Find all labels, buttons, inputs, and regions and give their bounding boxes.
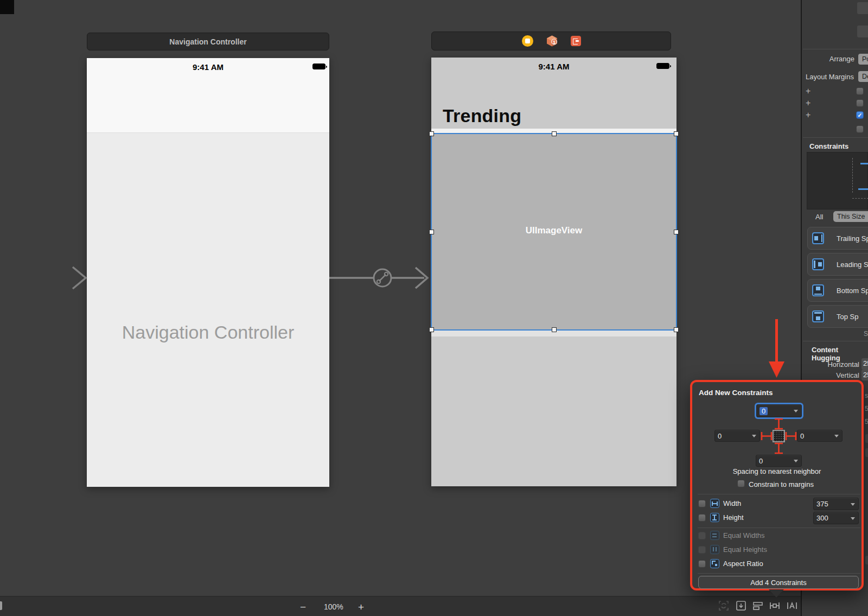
constraint-anchor-square[interactable]: [773, 430, 785, 442]
content-hugging-header: Content Hugging: [812, 346, 868, 362]
uiimageview-selection: [431, 133, 677, 331]
bottom-spacing-combo[interactable]: 0: [756, 455, 802, 467]
view-controller-icon[interactable]: [522, 35, 533, 47]
filter-all-tab[interactable]: All: [815, 213, 823, 221]
selection-handle-bottom-center[interactable]: [552, 327, 557, 332]
resolve-auto-layout-issues-icon[interactable]: [786, 599, 799, 612]
preview-constraint-line: [858, 188, 868, 190]
top-spacing-combo[interactable]: 0: [756, 404, 802, 417]
constraint-row-trailing[interactable]: Trailing Sp: [807, 227, 868, 250]
dropdown-arrow-icon: [794, 460, 798, 462]
trailing-spacing-combo[interactable]: 0: [797, 430, 843, 442]
preview-dashed-edge: [852, 158, 853, 193]
dropdown-arrow-icon: [752, 435, 756, 437]
add-constraints-button[interactable]: Add 4 Constraints: [698, 576, 859, 589]
aspect-ratio-checkbox[interactable]: [698, 560, 706, 568]
clipped-text-fragment: 5: [865, 405, 868, 412]
layout-margins-button[interactable]: De: [858, 71, 868, 82]
height-icon: [710, 513, 719, 522]
constrain-to-margins-checkbox[interactable]: [737, 480, 745, 487]
leading-spacing-combo[interactable]: 0: [714, 430, 760, 442]
margin-checkbox[interactable]: [856, 125, 864, 133]
clipped-text-fragment: 5: [865, 418, 868, 426]
hugging-vertical-label: Vertical: [819, 371, 859, 379]
width-checkbox[interactable]: [698, 500, 706, 507]
status-bar-time: 9:41 AM: [431, 62, 676, 71]
annotation-arrow: [765, 316, 789, 380]
aspect-ratio-icon: [710, 559, 719, 568]
add-new-constraints-icon[interactable]: [768, 599, 781, 612]
clipped-text-fragment: s: [865, 392, 868, 399]
battery-icon: [656, 63, 669, 69]
navigation-controller-scene[interactable]: 9:41 AM Navigation Controller: [87, 58, 329, 487]
preview-dashed-edge: [852, 198, 868, 199]
dropdown-arrow-icon: [851, 503, 855, 506]
dropdown-arrow-icon: [794, 410, 798, 412]
hugging-vertical-field[interactable]: 25: [861, 370, 868, 380]
segue-arrow[interactable]: [326, 261, 434, 295]
margin-checkbox-checked[interactable]: ✓: [856, 111, 864, 119]
edge-fragment: [0, 601, 2, 610]
equal-heights-checkbox[interactable]: [698, 546, 706, 554]
margin-checkbox[interactable]: [856, 87, 864, 95]
align-icon[interactable]: [751, 599, 764, 612]
svg-text:1: 1: [552, 40, 555, 45]
clipped-field: [865, 434, 868, 443]
update-frames-icon[interactable]: [717, 599, 730, 612]
clipped-text-fragment: S: [864, 330, 868, 338]
top-space-icon: [812, 310, 824, 322]
zoom-in-button[interactable]: +: [358, 601, 364, 613]
height-value-combo[interactable]: 300: [813, 512, 859, 524]
interface-builder-canvas: Navigation Controller 9:41 AM Navigation…: [0, 0, 868, 616]
hugging-horizontal-field[interactable]: 25: [861, 358, 868, 370]
equal-widths-label: Equal Widths: [723, 531, 765, 539]
equal-widths-checkbox[interactable]: [698, 532, 706, 539]
margin-checkbox[interactable]: [856, 99, 864, 107]
constraint-row-bottom[interactable]: Bottom Sp: [807, 279, 868, 302]
add-row-button[interactable]: +: [806, 87, 810, 96]
clipped-field: [865, 448, 868, 457]
status-bar-time: 9:41 AM: [87, 62, 329, 72]
add-row-button[interactable]: +: [806, 111, 810, 119]
navigation-item-cube-icon[interactable]: 1: [546, 35, 558, 47]
constrain-to-margins-label: Constrain to margins: [749, 480, 814, 488]
constraints-header: Constraints: [809, 142, 848, 150]
initial-view-controller-arrow[interactable]: [16, 261, 92, 295]
constraint-row-top[interactable]: Top Sp: [807, 305, 868, 328]
selection-handle-bottom-right[interactable]: [674, 327, 679, 332]
selection-handle-mid-right[interactable]: [674, 230, 679, 234]
dropdown-arrow-icon: [834, 435, 839, 437]
zoom-level[interactable]: 100%: [324, 602, 343, 611]
selection-handle-top-center[interactable]: [552, 131, 557, 136]
equal-heights-label: Equal Heights: [723, 545, 767, 554]
filter-this-size-tab[interactable]: This Size: [833, 211, 868, 222]
clipped-field[interactable]: [857, 2, 868, 14]
embed-in-stack-icon[interactable]: [735, 599, 748, 612]
width-icon: [710, 499, 719, 508]
scene-dock-view-controller[interactable]: 1: [431, 31, 671, 50]
preview-constraint-line: [860, 163, 868, 164]
battery-icon: [312, 63, 326, 69]
trailing-space-icon: [812, 232, 824, 244]
equal-widths-icon: [710, 531, 719, 540]
selection-handle-top-right[interactable]: [674, 131, 679, 136]
width-value-combo[interactable]: 375: [813, 498, 859, 510]
nav-bar-large-title[interactable]: Trending: [443, 105, 521, 126]
arrange-label: Arrange: [822, 55, 854, 63]
selection-handle-bottom-left[interactable]: [429, 327, 434, 332]
selection-handle-mid-left[interactable]: [429, 230, 434, 234]
storyboard-exit-icon[interactable]: [571, 36, 581, 46]
arrange-position-button[interactable]: Po: [858, 54, 868, 65]
scene-dock-navigation-controller[interactable]: Navigation Controller: [87, 33, 329, 50]
selection-handle-top-left[interactable]: [429, 131, 434, 136]
height-checkbox[interactable]: [698, 514, 706, 522]
add-new-constraints-popover: Add New Constraints 0 0 0 0 Spacing to n…: [690, 380, 864, 590]
bottom-space-icon: [812, 284, 824, 296]
constraints-preview[interactable]: [807, 152, 868, 209]
add-row-button[interactable]: +: [806, 99, 810, 107]
constraint-row-leading[interactable]: Leading Sp: [807, 253, 868, 276]
clipped-field[interactable]: [857, 26, 868, 37]
dropdown-arrow-icon: [851, 517, 855, 520]
popover-tail: [769, 589, 784, 598]
zoom-out-button[interactable]: −: [300, 601, 306, 613]
